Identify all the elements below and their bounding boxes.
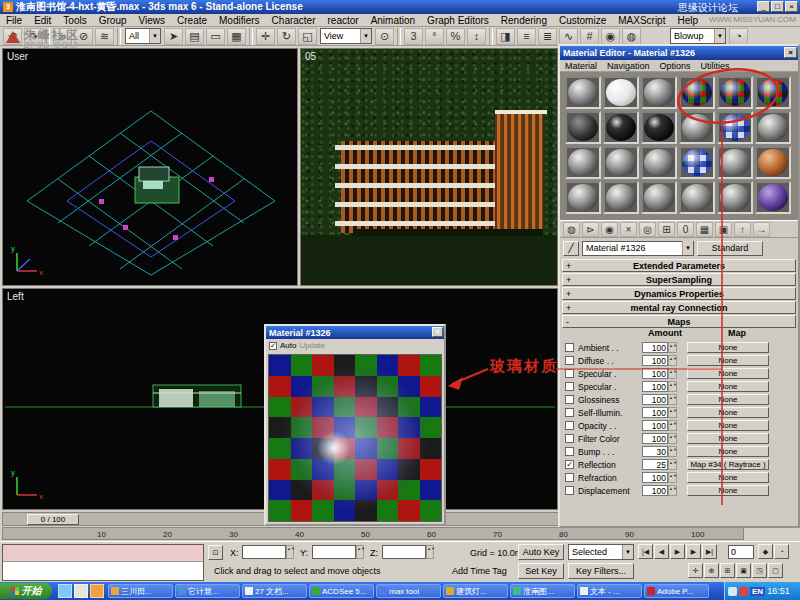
- transport-button-1[interactable]: ◀: [654, 544, 669, 559]
- map-checkbox[interactable]: ✓: [565, 460, 574, 469]
- y-coord-spinner[interactable]: ▲▼: [356, 545, 364, 559]
- menu-item-reactor[interactable]: reactor: [322, 15, 365, 26]
- material-swatch[interactable]: [755, 76, 791, 109]
- preview-titlebar[interactable]: Material #1326 ×: [266, 326, 444, 339]
- maxscript-mini-listener[interactable]: [2, 544, 204, 581]
- material-swatch[interactable]: [603, 111, 639, 144]
- material-menu-utilities[interactable]: Utilities: [696, 61, 735, 71]
- map-slot-button[interactable]: None: [687, 420, 769, 431]
- menu-item-tools[interactable]: Tools: [57, 15, 92, 26]
- rollout-supersampling[interactable]: +SuperSampling: [562, 273, 796, 286]
- zoom-region-icon[interactable]: ◳: [752, 563, 767, 578]
- plan-building[interactable]: [135, 167, 179, 203]
- user-viewport-canvas[interactable]: x y: [3, 49, 297, 285]
- zoom-extents-icon[interactable]: ▣: [736, 563, 751, 578]
- taskbar-item[interactable]: 淮南图...: [510, 584, 575, 598]
- menu-item-edit[interactable]: Edit: [28, 15, 57, 26]
- select-and-move-icon[interactable]: ✛: [256, 28, 275, 45]
- taskbar-item[interactable]: 三川田...: [108, 584, 173, 598]
- map-slot-button[interactable]: None: [687, 355, 769, 366]
- taskbar-item[interactable]: 它计慧...: [175, 584, 240, 598]
- map-amount-spinner[interactable]: ▲▼: [668, 394, 677, 405]
- select-by-name-icon[interactable]: ▤: [185, 28, 204, 45]
- material-swatch[interactable]: [565, 76, 601, 109]
- map-checkbox[interactable]: [565, 447, 574, 456]
- map-amount-input[interactable]: 30: [642, 446, 668, 457]
- map-slot-button[interactable]: None: [687, 433, 769, 444]
- menu-item-animation[interactable]: Animation: [365, 15, 421, 26]
- material-editor-icon[interactable]: ◉: [601, 28, 620, 45]
- map-slot-button[interactable]: None: [687, 394, 769, 405]
- menu-item-create[interactable]: Create: [171, 15, 213, 26]
- layer-manager-icon[interactable]: ≣: [538, 28, 557, 45]
- menu-item-graph-editors[interactable]: Graph Editors: [421, 15, 495, 26]
- map-checkbox[interactable]: [565, 473, 574, 482]
- taskbar-item[interactable]: 建筑灯...: [443, 584, 508, 598]
- material-swatch[interactable]: [679, 181, 715, 214]
- material-name-dropdown[interactable]: Material #1326▼: [582, 241, 694, 256]
- angle-snap-icon[interactable]: °: [425, 28, 444, 45]
- select-object-icon[interactable]: ➤: [164, 28, 183, 45]
- map-slot-button[interactable]: None: [687, 407, 769, 418]
- x-coord-input[interactable]: [242, 545, 286, 559]
- percent-snap-icon[interactable]: %: [446, 28, 465, 45]
- map-slot-button[interactable]: None: [687, 472, 769, 483]
- spinner-snap-icon[interactable]: ↕: [467, 28, 486, 45]
- menu-item-modifiers[interactable]: Modifiers: [213, 15, 266, 26]
- put-material-to-scene-icon[interactable]: ⊳: [582, 222, 599, 237]
- material-swatch[interactable]: [755, 181, 791, 214]
- map-checkbox[interactable]: [565, 382, 574, 391]
- menu-item-maxscript[interactable]: MAXScript: [612, 15, 671, 26]
- material-swatch[interactable]: [679, 111, 715, 144]
- map-amount-spinner[interactable]: ▲▼: [668, 368, 677, 379]
- material-swatch[interactable]: [565, 146, 601, 179]
- chevron-down-icon[interactable]: ▼: [714, 29, 725, 43]
- menu-item-help[interactable]: Help: [671, 15, 704, 26]
- material-swatch[interactable]: [565, 111, 601, 144]
- map-slot-button[interactable]: None: [687, 446, 769, 457]
- get-material-icon[interactable]: ◍: [563, 222, 580, 237]
- material-swatch[interactable]: [603, 76, 639, 109]
- map-amount-input[interactable]: 100: [642, 420, 668, 431]
- viewport-camera-05[interactable]: 05: [300, 48, 558, 286]
- minimize-button[interactable]: _: [757, 1, 770, 12]
- mirror-icon[interactable]: ◨: [496, 28, 515, 45]
- material-swatch[interactable]: [717, 111, 753, 144]
- auto-key-button[interactable]: Auto Key: [518, 544, 564, 560]
- map-amount-spinner[interactable]: ▲▼: [668, 407, 677, 418]
- z-coord-spinner[interactable]: ▲▼: [426, 545, 434, 559]
- zoom-icon[interactable]: ⊕: [704, 563, 719, 578]
- material-editor-titlebar[interactable]: Material Editor - Material #1326 ×: [560, 46, 798, 60]
- map-slot-button[interactable]: None: [687, 368, 769, 379]
- time-configuration-icon[interactable]: ◔: [774, 544, 789, 559]
- rollout-dynamics-properties[interactable]: +Dynamics Properties: [562, 287, 796, 300]
- material-type-button[interactable]: Standard: [697, 241, 763, 256]
- window-crossing-icon[interactable]: ▦: [227, 28, 246, 45]
- tray-volume-icon[interactable]: [728, 587, 737, 596]
- map-checkbox[interactable]: [565, 343, 574, 352]
- chevron-down-icon[interactable]: ▼: [622, 545, 633, 559]
- material-swatch[interactable]: [603, 181, 639, 214]
- map-amount-input[interactable]: 100: [642, 355, 668, 366]
- taskbar-item[interactable]: 文本 - ...: [577, 584, 642, 598]
- key-mode-toggle-icon[interactable]: ◆: [758, 544, 773, 559]
- map-amount-input[interactable]: 100: [642, 472, 668, 483]
- track-bar[interactable]: 102030405060708090100: [2, 527, 744, 540]
- render-scene-icon[interactable]: ◍: [622, 28, 641, 45]
- selection-lock-toggle[interactable]: ⊡: [208, 545, 223, 560]
- map-slot-button[interactable]: None: [687, 381, 769, 392]
- material-swatch[interactable]: [641, 111, 677, 144]
- material-swatch[interactable]: [641, 181, 677, 214]
- material-swatch[interactable]: [755, 111, 791, 144]
- show-map-in-viewport-icon[interactable]: ▦: [696, 222, 713, 237]
- map-amount-spinner[interactable]: ▲▼: [668, 472, 677, 483]
- menu-item-rendering[interactable]: Rendering: [495, 15, 553, 26]
- taskbar-item[interactable]: ACDSee 5...: [309, 584, 374, 598]
- start-button[interactable]: 开始: [0, 583, 52, 599]
- select-and-scale-icon[interactable]: ◱: [298, 28, 317, 45]
- rollout-maps[interactable]: -Maps: [562, 315, 796, 328]
- pick-material-eyedropper-icon[interactable]: ╱: [563, 241, 579, 256]
- material-editor-close-button[interactable]: ×: [784, 47, 797, 58]
- material-swatch[interactable]: [717, 76, 753, 109]
- maximize-button[interactable]: □: [771, 1, 784, 12]
